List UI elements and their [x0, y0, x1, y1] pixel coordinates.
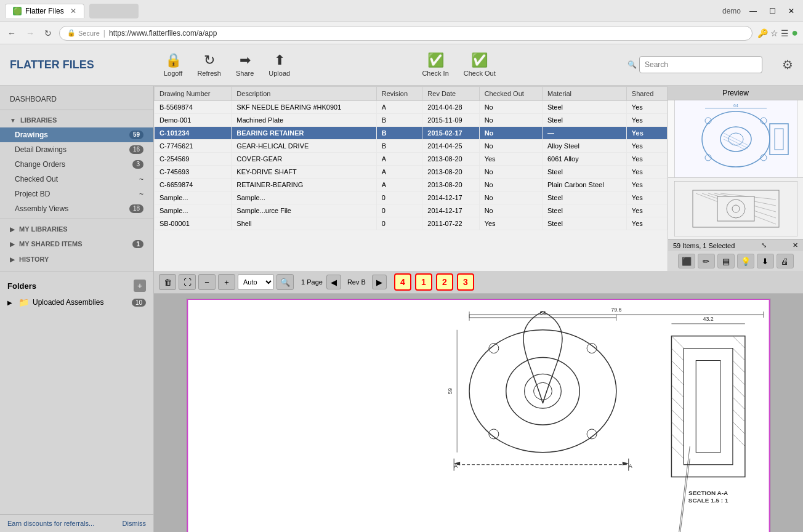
right-panel: Drawing Number Description Revision Rev … — [154, 86, 803, 532]
table-row[interactable]: C-101234BEARING RETAINERB2015-02-17No—Ye… — [155, 127, 668, 140]
download-button[interactable]: ⬇ — [757, 254, 774, 268]
sidebar-my-libraries[interactable]: ▶ MY LIBRARIES — [0, 222, 153, 236]
change-orders-label: Change Orders — [15, 160, 65, 169]
user-label: demo — [722, 7, 741, 15]
key-icon: 🔑 — [757, 28, 768, 38]
table-cell: Sample... — [232, 191, 376, 204]
upload-button[interactable]: ⬆ Upload — [268, 52, 290, 77]
sidebar-item-drawings[interactable]: Drawings 59 — [0, 127, 153, 142]
svg-text:SECTION A-A: SECTION A-A — [688, 490, 728, 496]
minimize-button[interactable]: — — [746, 7, 761, 15]
address-bar[interactable]: 🔒 Secure | https://www.flatterfiles.com/… — [59, 26, 753, 41]
table-cell: SKF NEEDLE BEARING #HK0901 — [232, 101, 376, 114]
reload-button[interactable]: ↻ — [42, 27, 54, 39]
drawings-table: Drawing Number Description Revision Rev … — [154, 86, 668, 271]
checkin-button[interactable]: ✅ Check In — [422, 52, 448, 77]
sidebar-item-dashboard[interactable]: DASHBOARD — [0, 91, 153, 107]
sidebar-history[interactable]: ▶ HISTORY — [0, 252, 153, 267]
sidebar-toggle-icon[interactable]: ☰ — [781, 28, 789, 38]
callout-2: 2 — [436, 273, 453, 291]
table-cell: Alloy Steel — [542, 140, 626, 153]
libraries-label: LIBRARIES — [20, 116, 57, 124]
refresh-button[interactable]: ↻ Refresh — [197, 52, 221, 77]
expand-triangle: ▼ — [10, 117, 16, 124]
tab-close-button[interactable]: ✕ — [70, 7, 76, 15]
table-cell: Yes — [626, 153, 667, 166]
table-row[interactable]: C-745693KEY-DRIVE SHAFTA2013-08-20NoStee… — [155, 166, 668, 179]
change-orders-count: 3 — [132, 160, 143, 169]
earn-link[interactable]: Earn discounts for referrals... — [7, 520, 94, 527]
search-drawing-button[interactable]: 🔍 — [276, 274, 294, 290]
3d-view-button[interactable]: ⬛ — [678, 254, 695, 268]
callout-3: 3 — [457, 273, 474, 291]
table-cell: B — [376, 140, 422, 153]
close-button[interactable]: ✕ — [785, 7, 798, 15]
folder-item-uploaded-assemblies[interactable]: ▶ 📁 Uploaded Assemblies 10 — [0, 294, 153, 310]
back-button[interactable]: ← — [5, 27, 18, 39]
viewer-canvas[interactable]: ITEMNO. QTY. NUMBER DESCRIPTION 11C-6659… — [154, 294, 803, 532]
sidebar-item-detail-drawings[interactable]: Detail Drawings 16 — [0, 142, 153, 157]
checkout-button[interactable]: ✅ Check Out — [464, 52, 496, 77]
table-cell: KEY-DRIVE SHAFT — [232, 166, 376, 179]
zoom-in-button[interactable]: + — [218, 274, 235, 290]
sidebar-item-assembly-views[interactable]: Assembly Views 18 — [0, 201, 153, 216]
table-cell: C-6659874 — [155, 179, 232, 191]
zoom-out-button[interactable]: − — [198, 274, 216, 290]
table-row[interactable]: Sample...Sample...02014-12-17NoSteelYes — [155, 191, 668, 204]
table-cell: Sample...urce File — [232, 204, 376, 217]
lightbulb-button[interactable]: 💡 — [737, 254, 754, 268]
zoom-select[interactable]: Auto 50% 75% 100% 125% 150% 200% — [238, 274, 274, 290]
logoff-button[interactable]: 🔒 Logoff — [164, 52, 182, 77]
checkout-icon: ✅ — [471, 52, 488, 68]
table-cell: Steel — [542, 191, 626, 204]
star-icon[interactable]: ☆ — [770, 28, 778, 38]
share-button[interactable]: ➡ Share — [236, 52, 254, 77]
table-row[interactable]: C-7745621GEAR-HELICAL DRIVEB2014-04-25No… — [155, 140, 668, 153]
sidebar-item-checked-out[interactable]: Checked Out ~ — [0, 172, 153, 187]
edit-button[interactable]: ✏ — [698, 254, 715, 268]
forward-button[interactable]: → — [23, 27, 37, 39]
dismiss-link[interactable]: Dismiss — [123, 520, 147, 527]
table-cell: 2013-08-20 — [422, 153, 479, 166]
table-row[interactable]: Sample...Sample...urce File02014-12-17No… — [155, 204, 668, 217]
table-row[interactable]: SB-00001Shell02011-07-22YesSteelYes — [155, 217, 668, 230]
technical-drawing-svg: 64 59 A A — [187, 299, 770, 532]
toolbar-buttons: 🔒 Logoff ↻ Refresh ➡ Share ⬆ Upload ✅ Ch… — [164, 52, 793, 77]
table-cell: Shell — [232, 217, 376, 230]
upload-label: Upload — [268, 70, 290, 77]
sidebar-item-project-bd[interactable]: Project BD ~ — [0, 187, 153, 201]
table-cell: No — [479, 179, 542, 191]
delete-button[interactable]: 🗑 — [159, 274, 176, 290]
sidebar-my-shared-items[interactable]: ▶ MY SHARED ITEMS 1 — [0, 236, 153, 252]
table-cell: 2015-02-17 — [422, 127, 479, 140]
table-cell: No — [479, 101, 542, 114]
preview-image-top: 64 — [668, 100, 803, 177]
svg-text:64: 64 — [539, 310, 546, 316]
fit-to-page-button[interactable]: ⛶ — [179, 274, 196, 290]
maximize-button[interactable]: ☐ — [765, 7, 780, 15]
table-cell: C-745693 — [155, 166, 232, 179]
table-cell: 2014-12-17 — [422, 191, 479, 204]
table-cell: 0 — [376, 204, 422, 217]
settings-button[interactable]: ⚙ — [782, 57, 793, 72]
next-page-button[interactable]: ▶ — [372, 275, 387, 289]
table-row[interactable]: Demo-001Machined PlateB2015-11-09NoSteel… — [155, 114, 668, 127]
layers-button[interactable]: ▤ — [717, 254, 735, 268]
detail-drawings-label: Detail Drawings — [15, 145, 67, 154]
print-button[interactable]: 🖨 — [777, 254, 794, 268]
add-folder-button[interactable]: + — [134, 280, 146, 292]
chrome-menu-icon[interactable]: ● — [791, 26, 798, 39]
close-preview-icon[interactable]: ✕ — [793, 241, 798, 249]
table-row[interactable]: B-5569874SKF NEEDLE BEARING #HK0901A2014… — [155, 101, 668, 114]
drawings-count-badge: 59 — [129, 131, 143, 139]
browser-tab[interactable]: 🟢 Flatter Files ✕ — [5, 4, 84, 18]
table-row[interactable]: C-254569COVER-GEARA2013-08-20Yes6061 All… — [155, 153, 668, 166]
prev-page-button[interactable]: ◀ — [326, 275, 341, 289]
search-input[interactable] — [639, 56, 762, 73]
sidebar-item-change-orders[interactable]: Change Orders 3 — [0, 157, 153, 172]
earn-bar: Earn discounts for referrals... Dismiss — [0, 514, 153, 532]
table-cell: Sample... — [155, 204, 232, 217]
upload-icon: ⬆ — [274, 52, 285, 68]
table-row[interactable]: C-6659874RETAINER-BEARINGA2013-08-20NoPl… — [155, 179, 668, 191]
table-cell: Yes — [626, 204, 667, 217]
